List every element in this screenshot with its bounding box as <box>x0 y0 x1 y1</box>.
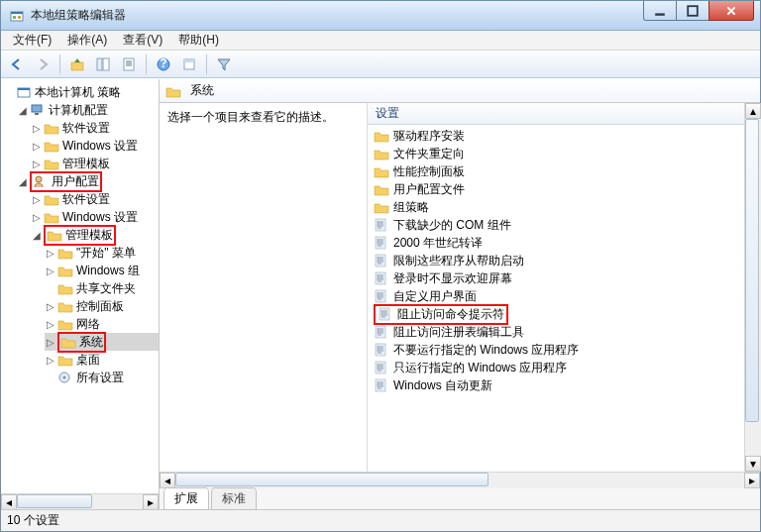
maximize-button[interactable] <box>676 1 709 21</box>
detail-body: 选择一个项目来查看它的描述。 设置 驱动程序安装文件夹重定向性能控制面板用户配置… <box>160 103 760 472</box>
tree-system[interactable]: ▷ 系统 <box>45 333 159 351</box>
scroll-left-icon[interactable]: ◂ <box>1 494 17 510</box>
scroll-left-icon[interactable]: ◂ <box>160 473 175 488</box>
svg-point-58 <box>378 382 379 383</box>
menubar: 文件(F) 操作(A) 查看(V) 帮助(H) <box>1 31 760 51</box>
column-header-setting[interactable]: 设置 <box>368 103 744 125</box>
svg-rect-9 <box>124 58 134 70</box>
svg-point-39 <box>378 295 379 296</box>
expand-icon[interactable]: ▷ <box>45 247 56 259</box>
expand-icon[interactable]: ▷ <box>31 193 43 205</box>
menu-action[interactable]: 操作(A) <box>59 32 115 49</box>
svg-point-42 <box>381 311 382 312</box>
help-button[interactable]: ? <box>152 53 175 76</box>
expand-icon[interactable]: ▷ <box>31 122 43 134</box>
list-item[interactable]: 自定义用户界面 <box>368 287 744 305</box>
collapse-icon[interactable]: ◢ <box>31 229 43 241</box>
close-button[interactable] <box>708 1 754 21</box>
folder-icon <box>44 192 59 206</box>
list-item[interactable]: 阻止访问注册表编辑工具 <box>368 323 744 341</box>
svg-point-31 <box>378 260 379 261</box>
tree-control-panel[interactable]: ▷控制面板 <box>45 297 159 315</box>
list-item[interactable]: 性能控制面板 <box>368 162 744 180</box>
expand-icon[interactable]: ▷ <box>45 265 56 276</box>
tree-pane[interactable]: 本地计算机 策略 ◢ 计算机配置 ▷软件设置 <box>1 79 160 509</box>
list-item[interactable]: 登录时不显示欢迎屏幕 <box>368 269 744 287</box>
tree-root[interactable]: 本地计算机 策略 <box>3 83 159 101</box>
titlebar[interactable]: 本地组策略编辑器 <box>1 1 760 31</box>
svg-rect-17 <box>35 113 39 115</box>
tree-uc-software[interactable]: ▷软件设置 <box>31 190 159 208</box>
menu-view[interactable]: 查看(V) <box>115 32 170 49</box>
tree-windows-comp[interactable]: ▷Windows 组 <box>45 262 159 279</box>
list-item[interactable]: 下载缺少的 COM 组件 <box>368 216 744 234</box>
list-item[interactable]: 文件夹重定向 <box>368 145 744 162</box>
tree-scrollbar-h[interactable]: ◂ ▸ <box>1 493 159 509</box>
tree-uc-admin[interactable]: ◢ 管理模板 <box>31 226 159 244</box>
svg-rect-21 <box>376 219 385 231</box>
policy-icon <box>374 218 389 232</box>
tree-network[interactable]: ▷网络 <box>45 315 159 333</box>
minimize-button[interactable] <box>643 1 677 21</box>
expand-icon[interactable]: ▷ <box>45 354 56 366</box>
tree-uc-windows[interactable]: ▷Windows 设置 <box>31 208 159 226</box>
expand-icon[interactable]: ▷ <box>31 140 43 152</box>
svg-rect-13 <box>184 59 194 62</box>
scroll-up-icon[interactable]: ▴ <box>745 103 761 119</box>
list-item[interactable]: 阻止访问命令提示符 <box>368 305 744 323</box>
list-item-label: 驱动程序安装 <box>393 128 465 145</box>
filter-button[interactable] <box>212 53 236 76</box>
app-window: 本地组策略编辑器 文件(F) 操作(A) 查看(V) 帮助(H) ? <box>0 0 761 532</box>
collapse-icon[interactable]: ◢ <box>17 104 29 116</box>
tree-desktop[interactable]: ▷桌面 <box>45 351 159 369</box>
tree-cc-windows[interactable]: ▷Windows 设置 <box>31 137 159 155</box>
expand-icon[interactable]: ▷ <box>31 158 43 169</box>
list-item[interactable]: 限制这些程序从帮助启动 <box>368 252 744 269</box>
collapse-icon[interactable]: ◢ <box>17 175 29 187</box>
list-item[interactable]: 只运行指定的 Windows 应用程序 <box>368 359 744 376</box>
user-icon <box>33 174 49 188</box>
expand-icon[interactable]: ▷ <box>31 211 43 223</box>
tree-computer-config[interactable]: ◢ 计算机配置 <box>17 101 159 119</box>
list-item[interactable]: 驱动程序安装 <box>368 127 744 145</box>
folder-icon <box>374 164 389 178</box>
svg-point-27 <box>378 242 379 243</box>
tree-all-settings[interactable]: 所有设置 <box>45 369 159 386</box>
scroll-right-icon[interactable]: ▸ <box>744 473 760 488</box>
list-item-label: 用户配置文件 <box>393 181 465 198</box>
tree-cc-admin[interactable]: ▷管理模板 <box>31 155 159 172</box>
tree-shared[interactable]: 共享文件夹 <box>45 279 159 297</box>
tab-standard[interactable]: 标准 <box>211 487 257 510</box>
scroll-right-icon[interactable]: ▸ <box>143 494 159 510</box>
forward-button[interactable] <box>31 53 54 76</box>
svg-rect-8 <box>103 58 109 70</box>
scroll-down-icon[interactable]: ▾ <box>745 456 761 472</box>
list-item-label: 只运行指定的 Windows 应用程序 <box>393 360 567 376</box>
expand-icon[interactable]: ▷ <box>45 300 56 312</box>
back-button[interactable] <box>5 53 29 76</box>
tree-user-config[interactable]: ◢ 用户配置 <box>17 172 159 190</box>
menu-file[interactable]: 文件(F) <box>5 32 59 49</box>
detail-header: 系统 <box>160 79 760 103</box>
list-item[interactable]: 用户配置文件 <box>368 180 744 198</box>
detail-scrollbar-h[interactable]: ◂ ▸ <box>160 472 760 487</box>
settings-list[interactable]: 设置 驱动程序安装文件夹重定向性能控制面板用户配置文件组策略下载缺少的 COM … <box>368 103 744 472</box>
tree-cc-software[interactable]: ▷软件设置 <box>31 119 159 137</box>
expand-icon[interactable]: ▷ <box>45 318 56 330</box>
list-scrollbar-v[interactable]: ▴ ▾ <box>744 103 760 472</box>
tree-start-menu[interactable]: ▷"开始" 菜单 <box>45 244 159 262</box>
properties-button[interactable] <box>177 53 201 76</box>
svg-point-30 <box>378 258 379 259</box>
export-button[interactable] <box>117 53 141 76</box>
list-item[interactable]: 2000 年世纪转译 <box>368 234 744 252</box>
expand-icon[interactable]: ▷ <box>45 336 56 348</box>
svg-rect-41 <box>380 308 389 320</box>
policy-icon <box>374 236 389 250</box>
up-button[interactable] <box>65 53 89 76</box>
list-item[interactable]: 不要运行指定的 Windows 应用程序 <box>368 341 744 359</box>
tab-extended[interactable]: 扩展 <box>163 487 209 510</box>
list-item[interactable]: 组策略 <box>368 198 744 216</box>
list-item[interactable]: Windows 自动更新 <box>368 376 744 394</box>
menu-help[interactable]: 帮助(H) <box>170 32 227 49</box>
show-hide-tree-button[interactable] <box>91 53 115 76</box>
